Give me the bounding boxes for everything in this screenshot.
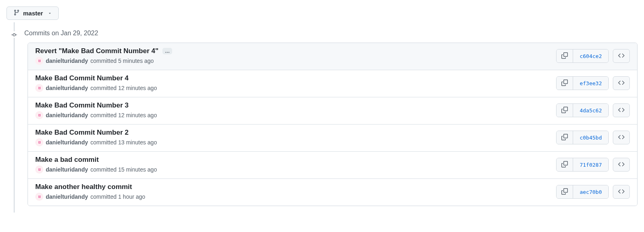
code-icon <box>618 161 625 169</box>
commit-main: Make Bad Commit Number 4I:Idanielturidan… <box>35 74 556 92</box>
branch-name: master <box>23 10 43 17</box>
copy-icon <box>561 161 568 169</box>
branch-selector[interactable]: master <box>6 6 59 20</box>
commit-title-text[interactable]: Make another healthy commit <box>35 183 132 191</box>
browse-repo-button[interactable] <box>613 158 630 172</box>
copy-sha-button[interactable] <box>557 77 573 90</box>
browse-repo-button[interactable] <box>613 76 630 90</box>
copy-sha-button[interactable] <box>557 158 573 171</box>
code-icon <box>618 134 625 142</box>
commit-title-text[interactable]: Make Bad Commit Number 4 <box>35 74 129 82</box>
avatar[interactable]: I:I <box>35 57 43 65</box>
browse-repo-button[interactable] <box>613 49 630 63</box>
avatar[interactable]: I:I <box>35 138 43 146</box>
commit-main: Make a bad commitI:Idanielturidandycommi… <box>35 156 556 174</box>
commit-main: Revert "Make Bad Commit Number 4"…I:Idan… <box>35 47 556 65</box>
commit-actions: c604ce2 <box>556 49 630 63</box>
author-link[interactable]: danielturidandy <box>46 58 88 64</box>
commit-title[interactable]: Make Bad Commit Number 4 <box>35 74 556 82</box>
commit-row: Revert "Make Bad Commit Number 4"…I:Idan… <box>28 43 637 70</box>
commit-actions: 4da5c62 <box>556 103 630 117</box>
copy-sha-button[interactable] <box>557 49 573 62</box>
commit-row: Make Bad Commit Number 2I:Idanielturidan… <box>28 125 637 152</box>
timeline-line <box>14 22 15 213</box>
commits-date-heading: Commits on Jan 29, 2022 <box>24 30 638 37</box>
code-icon <box>618 79 625 87</box>
sha-link[interactable]: 4da5c62 <box>573 104 608 117</box>
commit-time: committed 5 minutes ago <box>90 58 154 64</box>
sha-link[interactable]: ef3ee32 <box>573 77 608 90</box>
expand-message-button[interactable]: … <box>162 48 172 54</box>
commit-meta: I:Idanielturidandycommitted 13 minutes a… <box>35 138 556 146</box>
sha-button-group: ef3ee32 <box>556 76 609 90</box>
commit-time: committed 1 hour ago <box>90 193 145 200</box>
commit-main: Make Bad Commit Number 2I:Idanielturidan… <box>35 129 556 146</box>
sha-link[interactable]: c604ce2 <box>573 49 608 62</box>
commit-main: Make Bad Commit Number 3I:Idanielturidan… <box>35 101 556 119</box>
copy-sha-button[interactable] <box>557 104 573 117</box>
commit-title[interactable]: Revert "Make Bad Commit Number 4"… <box>35 47 556 55</box>
commit-title[interactable]: Make Bad Commit Number 2 <box>35 129 556 137</box>
avatar[interactable]: I:I <box>35 165 43 174</box>
sha-button-group: c604ce2 <box>556 49 609 63</box>
sha-button-group: 71f0287 <box>556 158 609 172</box>
commit-time: committed 12 minutes ago <box>90 112 157 118</box>
git-branch-icon <box>13 9 20 17</box>
commit-title-text[interactable]: Make Bad Commit Number 2 <box>35 129 129 137</box>
commit-main: Make another healthy commitI:Idanielturi… <box>35 183 556 201</box>
commit-dot-icon <box>11 32 17 38</box>
commit-row: Make Bad Commit Number 3I:Idanielturidan… <box>28 97 637 125</box>
sha-button-group: c0b45bd <box>556 131 609 144</box>
copy-icon <box>561 134 568 142</box>
commit-meta: I:Idanielturidandycommitted 15 minutes a… <box>35 165 556 174</box>
commit-meta: I:Idanielturidandycommitted 5 minutes ag… <box>35 57 556 65</box>
commit-actions: c0b45bd <box>556 131 630 144</box>
avatar[interactable]: I:I <box>35 84 43 92</box>
sha-link[interactable]: c0b45bd <box>573 131 608 144</box>
commit-title-text[interactable]: Revert "Make Bad Commit Number 4" <box>35 47 158 55</box>
avatar[interactable]: I:I <box>35 193 43 201</box>
commit-meta: I:Idanielturidandycommitted 12 minutes a… <box>35 84 556 92</box>
commit-row: Make a bad commitI:Idanielturidandycommi… <box>28 152 637 179</box>
commit-time: committed 13 minutes ago <box>90 139 157 146</box>
author-link[interactable]: danielturidandy <box>46 112 88 118</box>
sha-button-group: 4da5c62 <box>556 103 609 117</box>
commit-title-text[interactable]: Make Bad Commit Number 3 <box>35 101 129 110</box>
copy-sha-button[interactable] <box>557 131 573 144</box>
sha-button-group: aec70b0 <box>556 185 609 199</box>
commit-row: Make Bad Commit Number 4I:Idanielturidan… <box>28 70 637 97</box>
commit-meta: I:Idanielturidandycommitted 12 minutes a… <box>35 111 556 119</box>
commit-title[interactable]: Make a bad commit <box>35 156 556 164</box>
copy-sha-button[interactable] <box>557 185 573 198</box>
code-icon <box>618 52 625 60</box>
commit-time: committed 12 minutes ago <box>90 85 157 91</box>
copy-icon <box>561 52 568 60</box>
browse-repo-button[interactable] <box>613 131 630 144</box>
copy-icon <box>561 79 568 87</box>
author-link[interactable]: danielturidandy <box>46 85 88 91</box>
commit-title-text[interactable]: Make a bad commit <box>35 156 99 164</box>
commit-actions: aec70b0 <box>556 185 630 199</box>
commit-time: committed 15 minutes ago <box>90 166 157 173</box>
commit-meta: I:Idanielturidandycommitted 1 hour ago <box>35 193 556 201</box>
avatar[interactable]: I:I <box>35 111 43 119</box>
chevron-down-icon <box>48 10 52 17</box>
code-icon <box>618 188 625 196</box>
commit-title[interactable]: Make Bad Commit Number 3 <box>35 101 556 110</box>
commit-title[interactable]: Make another healthy commit <box>35 183 556 191</box>
browse-repo-button[interactable] <box>613 185 630 199</box>
author-link[interactable]: danielturidandy <box>46 139 88 146</box>
sha-link[interactable]: aec70b0 <box>573 185 608 198</box>
commit-actions: 71f0287 <box>556 158 630 172</box>
copy-icon <box>561 188 568 196</box>
commit-list: Revert "Make Bad Commit Number 4"…I:Idan… <box>28 43 638 206</box>
commit-actions: ef3ee32 <box>556 76 630 90</box>
browse-repo-button[interactable] <box>613 103 630 117</box>
author-link[interactable]: danielturidandy <box>46 166 88 173</box>
copy-icon <box>561 107 568 114</box>
author-link[interactable]: danielturidandy <box>46 193 88 200</box>
sha-link[interactable]: 71f0287 <box>573 158 608 171</box>
commit-row: Make another healthy commitI:Idanielturi… <box>28 179 637 206</box>
code-icon <box>618 107 625 114</box>
